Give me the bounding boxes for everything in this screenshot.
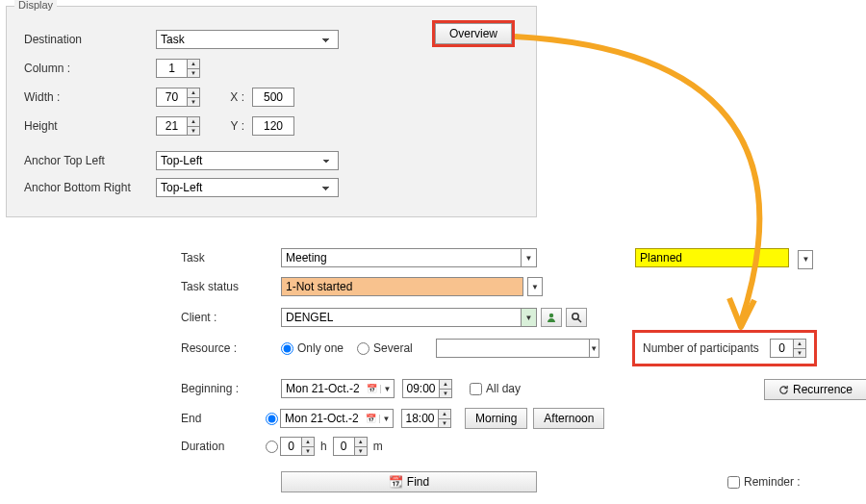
height-stepper[interactable]: ▲▼ — [156, 116, 200, 136]
chevron-up-icon[interactable]: ▲ — [439, 379, 452, 389]
width-label: Width : — [7, 90, 156, 104]
resource-combo[interactable]: ▼ — [436, 339, 599, 358]
task-combo[interactable]: ▼ — [281, 248, 537, 267]
duration-m-stepper[interactable]: ▲▼ — [333, 437, 368, 456]
calendar-icon[interactable]: 📅 — [362, 414, 379, 423]
task-status-label: Task status — [181, 280, 281, 293]
chevron-up-icon[interactable]: ▲ — [187, 116, 200, 126]
task-label: Task — [181, 251, 281, 265]
find-label: Find — [407, 475, 429, 489]
chevron-down-icon[interactable]: ▼ — [354, 446, 368, 457]
chevron-up-icon[interactable]: ▲ — [187, 59, 200, 68]
overview-button-highlight: Overview — [435, 23, 512, 44]
chevron-down-icon[interactable]: ▼ — [439, 389, 452, 399]
planned-value[interactable] — [636, 249, 788, 266]
svg-point-1 — [573, 314, 578, 319]
column-value[interactable] — [156, 59, 187, 78]
beginning-date[interactable]: 📅 ▼ — [281, 379, 395, 398]
end-date[interactable]: 📅 ▼ — [280, 409, 394, 428]
chevron-down-icon[interactable]: ▼ — [187, 126, 200, 137]
beginning-date-input[interactable] — [282, 382, 363, 395]
duration-h-stepper[interactable]: ▲▼ — [280, 437, 315, 456]
morning-button[interactable]: Morning — [465, 408, 527, 429]
chevron-down-icon[interactable]: ▼ — [379, 415, 393, 423]
task-status-drop[interactable]: ▼ — [527, 277, 543, 296]
task-status-combo[interactable] — [281, 277, 523, 296]
person-button[interactable] — [541, 308, 562, 327]
reminder-checkbox[interactable]: Reminder : — [727, 475, 801, 489]
chevron-down-icon[interactable]: ▼ — [799, 251, 812, 268]
participants-stepper[interactable]: ▲▼ — [770, 339, 806, 358]
anchor-tl-label: Anchor Top Left — [7, 154, 156, 167]
duration-h[interactable] — [280, 437, 301, 456]
destination-select[interactable]: Task — [156, 30, 339, 49]
beginning-time[interactable] — [402, 379, 439, 398]
chevron-down-icon[interactable]: ▼ — [187, 68, 200, 79]
duration-radio[interactable] — [266, 441, 278, 453]
display-legend: Display — [14, 0, 57, 11]
beginning-time-stepper[interactable]: ▲▼ — [402, 379, 452, 398]
allday-checkbox[interactable]: All day — [470, 382, 521, 395]
anchor-br-select[interactable]: Top-Left — [156, 178, 339, 197]
height-value[interactable] — [156, 116, 187, 136]
width-value[interactable] — [156, 88, 187, 107]
chevron-down-icon[interactable]: ▼ — [589, 340, 599, 357]
client-value[interactable] — [282, 309, 521, 326]
search-button[interactable] — [566, 308, 587, 327]
client-label: Client : — [181, 311, 281, 324]
anchor-tl-select[interactable]: Top-Left — [156, 151, 339, 170]
x-label: X : — [200, 90, 252, 104]
chevron-down-icon[interactable]: ▼ — [380, 385, 394, 393]
end-time[interactable] — [401, 409, 438, 428]
afternoon-button[interactable]: Afternoon — [533, 408, 604, 429]
participants-value[interactable] — [770, 339, 793, 358]
svg-line-2 — [578, 319, 582, 323]
task-value[interactable] — [282, 249, 521, 266]
duration-m[interactable] — [333, 437, 354, 456]
resource-value[interactable] — [437, 340, 589, 357]
end-label: End — [181, 412, 266, 425]
end-date-radio[interactable] — [266, 413, 278, 425]
x-input[interactable] — [252, 88, 294, 107]
chevron-up-icon[interactable]: ▲ — [301, 437, 315, 446]
chevron-down-icon[interactable]: ▼ — [438, 418, 451, 429]
overview-button[interactable]: Overview — [435, 23, 512, 44]
participants-highlight: Number of participants ▲▼ — [635, 333, 814, 364]
chevron-up-icon[interactable]: ▲ — [793, 339, 806, 348]
calendar-icon[interactable]: 📅 — [363, 384, 380, 393]
column-stepper[interactable]: ▲▼ — [156, 59, 200, 78]
search-icon — [571, 312, 582, 323]
column-label: Column : — [7, 62, 156, 75]
reminder-label: Reminder : — [744, 475, 801, 489]
y-label: Y : — [200, 119, 252, 133]
chevron-up-icon[interactable]: ▲ — [354, 437, 368, 446]
destination-label: Destination — [7, 33, 156, 46]
resource-only-label: Only one — [297, 341, 344, 355]
chevron-down-icon[interactable]: ▼ — [187, 97, 200, 108]
calendar-search-icon: 📆 — [389, 475, 403, 489]
chevron-down-icon[interactable]: ▼ — [521, 249, 536, 266]
chevron-up-icon[interactable]: ▲ — [187, 88, 200, 97]
recurrence-label: Recurrence — [793, 383, 853, 396]
client-combo[interactable]: ▼ — [281, 308, 537, 327]
task-status-value[interactable] — [282, 278, 522, 295]
chevron-down-icon[interactable]: ▼ — [793, 348, 806, 359]
y-input[interactable] — [252, 116, 294, 136]
duration-m-unit: m — [368, 440, 389, 453]
resource-several-radio[interactable]: Several — [357, 341, 413, 355]
chevron-down-icon[interactable]: ▼ — [528, 278, 542, 295]
end-time-stepper[interactable]: ▲▼ — [401, 409, 451, 428]
chevron-down-icon[interactable]: ▼ — [521, 309, 536, 326]
chevron-up-icon[interactable]: ▲ — [438, 409, 451, 418]
find-button[interactable]: 📆 Find — [281, 471, 537, 492]
planned-combo[interactable] — [635, 248, 789, 267]
planned-drop[interactable]: ▼ — [798, 250, 813, 269]
resource-only-radio[interactable]: Only one — [281, 341, 344, 355]
recurrence-button[interactable]: Recurrence — [764, 379, 866, 400]
end-date-input[interactable] — [281, 412, 362, 425]
person-icon — [546, 312, 557, 323]
resource-label: Resource : — [181, 341, 281, 355]
chevron-down-icon[interactable]: ▼ — [301, 446, 315, 457]
width-stepper[interactable]: ▲▼ — [156, 88, 200, 107]
anchor-br-label: Anchor Bottom Right — [7, 181, 156, 194]
